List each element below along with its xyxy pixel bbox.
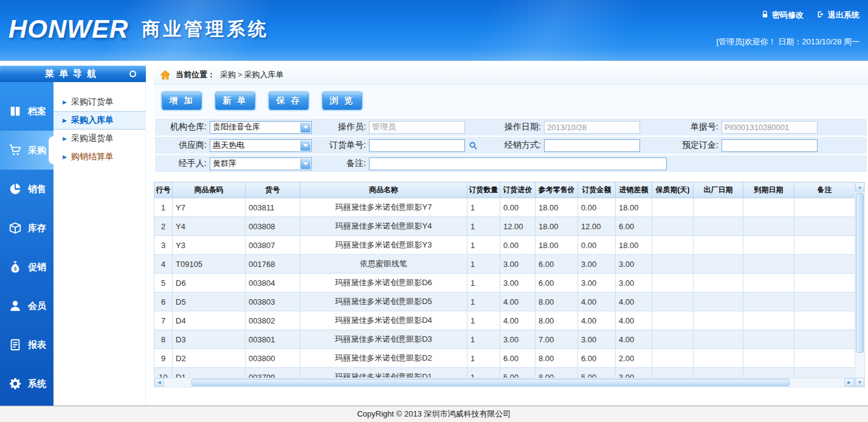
table-cell: T09105: [173, 255, 246, 274]
column-header[interactable]: 商品条码: [173, 182, 246, 198]
h-scroll-track[interactable]: [164, 378, 844, 387]
table-cell: 6.00: [616, 217, 652, 236]
table-cell: 6.00: [536, 274, 578, 292]
table-row[interactable]: 8D3003801玛丽黛佳多米诺创意眼影D313.007.003.004.00: [154, 330, 855, 349]
column-header[interactable]: 货号: [246, 182, 300, 198]
logout-link[interactable]: 退出系统: [817, 10, 859, 21]
warehouse-select[interactable]: 贵阳佳音仓库: [210, 121, 312, 134]
module-label: 销售: [28, 184, 46, 195]
sales-mode-input[interactable]: [544, 139, 640, 152]
column-header[interactable]: 商品名称: [300, 182, 467, 198]
table-row[interactable]: 2Y4003808玛丽黛佳多米诺创意眼影Y4112.0018.0012.006.…: [154, 217, 855, 236]
column-header[interactable]: 出厂日期: [694, 182, 743, 198]
add-button[interactable]: 增 加: [162, 92, 202, 110]
table-cell: 8.00: [536, 311, 578, 330]
column-header[interactable]: 进销差额: [616, 182, 652, 198]
doc-no-label: 单据号:: [667, 122, 722, 133]
sidebar-module-促销[interactable]: $促销: [0, 247, 53, 286]
arrow-icon: ▶: [63, 136, 67, 142]
table-cell: [694, 292, 743, 311]
table-row[interactable]: 5D6003804玛丽黛佳多米诺创意眼影D613.006.003.003.00: [154, 274, 855, 292]
table-cell: 3.00: [578, 274, 616, 292]
deposit-label: 预定订金:: [667, 140, 722, 151]
sidebar-module-档案[interactable]: 档案: [0, 92, 53, 131]
deposit-input[interactable]: [722, 139, 818, 152]
chevron-down-icon: [300, 122, 311, 133]
table-row[interactable]: 1Y7003811玛丽黛佳多米诺创意眼影Y710.0018.000.0018.0…: [154, 198, 855, 217]
v-scroll-track[interactable]: [855, 192, 864, 378]
breadcrumb-item[interactable]: 采购: [220, 70, 236, 79]
doc-no-field: 单据号:: [667, 119, 867, 136]
column-header[interactable]: 保质期(天): [652, 182, 694, 198]
handler-field: 经手人: 黄群萍: [155, 155, 314, 172]
submenu-item-采购订货单[interactable]: ▶采购订货单: [53, 93, 145, 111]
column-header[interactable]: 订货进价: [500, 182, 536, 198]
sidebar-module-销售[interactable]: 销售: [0, 170, 53, 209]
exit-icon: [817, 10, 825, 20]
browse-button[interactable]: 浏 览: [322, 92, 362, 110]
scroll-up-icon[interactable]: ▲: [855, 182, 864, 192]
search-icon[interactable]: [469, 141, 478, 150]
column-header[interactable]: 参考零售价: [536, 182, 578, 198]
table-cell: 5: [154, 274, 173, 292]
breadcrumb-item[interactable]: 采购入库单: [244, 70, 284, 79]
horizontal-scrollbar[interactable]: ◀ ▶: [154, 378, 855, 387]
home-icon[interactable]: [160, 70, 171, 80]
v-scroll-thumb[interactable]: [856, 193, 864, 353]
table-cell: [743, 292, 794, 311]
sidebar-module-系统[interactable]: 系统: [0, 364, 53, 403]
vertical-scrollbar[interactable]: ▲ ▼: [855, 182, 865, 387]
table-cell: 4.00: [616, 292, 652, 311]
remark-input[interactable]: [369, 157, 667, 170]
column-header[interactable]: 订货金额: [578, 182, 616, 198]
table-cell: 依思蜜眼线笔: [300, 255, 467, 274]
table-cell: [743, 217, 794, 236]
column-header[interactable]: 行号: [154, 182, 173, 198]
sidebar-module-会员[interactable]: 会员: [0, 286, 53, 325]
supplier-select[interactable]: 惠天热电: [210, 139, 312, 152]
order-no-input[interactable]: [369, 139, 465, 152]
column-header[interactable]: 到期日期: [743, 182, 794, 198]
remark-label: 备注:: [314, 158, 369, 169]
order-no-label: 订货单号:: [314, 140, 369, 151]
table-row[interactable]: 10D1003799玛丽黛佳多米诺创意眼影D115.008.005.003.00: [154, 368, 855, 378]
sales-icon: [8, 182, 22, 196]
handler-select[interactable]: 黄群萍: [210, 157, 312, 170]
table-cell: 4: [154, 255, 173, 274]
scroll-right-icon[interactable]: ▶: [844, 378, 854, 387]
table-cell: [694, 311, 743, 330]
submenu-item-采购入库单[interactable]: ▶采购入库单: [53, 111, 145, 130]
deposit-field: 预定订金:: [667, 137, 867, 154]
breadcrumb-separator: >: [238, 70, 243, 79]
table-cell: 003800: [246, 349, 300, 368]
order-table: 行号商品条码货号商品名称订货数量订货进价参考零售价订货金额进销差额保质期(天)出…: [154, 182, 855, 378]
sidebar-module-采购[interactable]: 采购: [0, 131, 53, 170]
scroll-left-icon[interactable]: ◀: [154, 378, 164, 387]
supplier-value: 惠天热电: [213, 140, 244, 151]
table-row[interactable]: 7D4003802玛丽黛佳多米诺创意眼影D414.008.004.004.00: [154, 311, 855, 330]
h-scroll-thumb[interactable]: [191, 379, 790, 386]
save-button[interactable]: 保 存: [269, 92, 309, 110]
table-cell: 4.00: [500, 311, 536, 330]
table-cell: 4.00: [500, 292, 536, 311]
table-row[interactable]: 6D5003803玛丽黛佳多米诺创意眼影D514.008.004.004.00: [154, 292, 855, 311]
column-header[interactable]: 订货数量: [467, 182, 500, 198]
module-label: 促销: [28, 261, 46, 273]
new-button[interactable]: 新 单: [215, 92, 255, 110]
table-row[interactable]: 4T09105001768依思蜜眼线笔13.006.003.003.00: [154, 255, 855, 274]
table-cell: 7: [154, 311, 173, 330]
table-cell: [743, 198, 794, 217]
submenu-item-采购退货单[interactable]: ▶采购退货单: [53, 130, 145, 148]
sidebar-module-报表[interactable]: 报表: [0, 325, 53, 364]
table-row[interactable]: 9D2003800玛丽黛佳多米诺创意眼影D216.008.006.002.00: [154, 349, 855, 368]
scroll-down-icon[interactable]: ▼: [855, 378, 864, 387]
table-cell: [794, 217, 855, 236]
submenu-item-购销结算单[interactable]: ▶购销结算单: [53, 148, 145, 166]
table-cell: [694, 368, 743, 378]
table-cell: 3.00: [616, 274, 652, 292]
password-change-link[interactable]: 密码修改: [761, 10, 804, 21]
table-row[interactable]: 3Y3003807玛丽黛佳多米诺创意眼影Y310.0018.000.0018.0…: [154, 236, 855, 255]
form-row-2: 供应商: 惠天热电 订货单号: 经销方式:: [155, 137, 867, 154]
column-header[interactable]: 备注: [794, 182, 855, 198]
sidebar-module-库存[interactable]: 库存: [0, 209, 53, 247]
